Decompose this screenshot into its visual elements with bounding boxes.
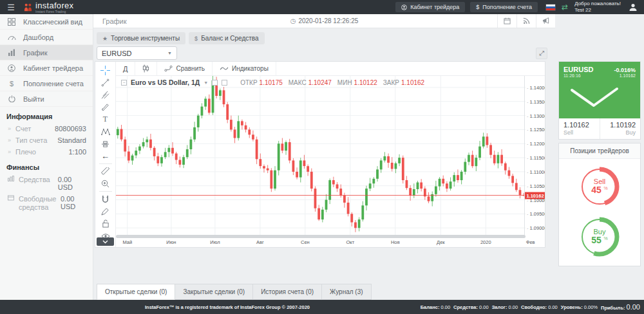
- calendar-button[interactable]: [497, 14, 516, 28]
- arrow-left-icon[interactable]: ←: [98, 150, 113, 162]
- sell-price: 1.10162: [564, 121, 595, 129]
- right-panel: EURUSD -0.016% 11:26:16 1.10162 1.10162 …: [555, 14, 644, 300]
- quote-time: 11:26:16: [564, 73, 581, 78]
- left-sidebar: Классический вид Дашборд График Кабинет …: [0, 14, 93, 300]
- indicators-button[interactable]: Индикаторы: [213, 62, 276, 75]
- chart-scrollbar[interactable]: [116, 235, 526, 238]
- menu-icon[interactable]: ☰: [0, 3, 22, 12]
- legend-chart-icon[interactable]: [222, 80, 227, 86]
- russian-flag-icon[interactable]: [545, 4, 556, 11]
- compare-icon: [164, 65, 173, 72]
- caret-down-icon[interactable]: ▼: [204, 80, 208, 85]
- lock-tool[interactable]: [98, 217, 113, 230]
- trader-cabinet-button[interactable]: Кабинет трейдера: [395, 2, 465, 12]
- price-axis[interactable]: 1.10162 1.140001.135001.130001.125001.12…: [524, 76, 545, 236]
- fullscreen-button[interactable]: ⤢: [536, 48, 547, 59]
- buy-quote-button[interactable]: 1.10192 Buy: [600, 118, 641, 139]
- sell-positions-donut: Sell 45 %: [578, 165, 621, 208]
- time-tick: Май: [122, 239, 132, 245]
- chevron-right-icon: »: [8, 137, 11, 143]
- footer-stat: Прибыль: 0.00: [601, 303, 640, 311]
- text-tool[interactable]: T: [98, 113, 113, 125]
- copyright-text: InstaForex™ is a registered trademark of…: [145, 304, 310, 310]
- sidebar-item-chart[interactable]: График: [0, 45, 93, 60]
- brush-tool[interactable]: [98, 101, 113, 113]
- xabcd-pattern-tool[interactable]: [98, 125, 113, 138]
- sidebar-item-dashboard[interactable]: Дашборд: [0, 30, 93, 45]
- time-tick: Дек: [437, 239, 445, 245]
- sell-percent: 45: [591, 185, 601, 195]
- chevron-right-icon: »: [8, 125, 11, 132]
- account-stats: Баланс: 0.00Средства: 0.00Залог: 0.00Сво…: [421, 303, 640, 311]
- megaphone-button[interactable]: [536, 14, 555, 28]
- sidebar-item-deposit[interactable]: $ Пополнение счета: [0, 76, 93, 91]
- info-section-title: Информация: [0, 107, 93, 123]
- main-content: График ◷ 2020-01-28 12:26:25 ★ Торговые …: [93, 14, 555, 300]
- chart-plot-area[interactable]: − Euro vs US Dollar, 1Д ▼ ОТКР1.10175 МА…: [116, 76, 526, 236]
- server-datetime: ◷ 2020-01-28 12:26:25: [290, 17, 359, 24]
- wallet-icon: [8, 195, 14, 201]
- quote-change: -0.016%: [614, 67, 636, 73]
- finance-row-equity: Средства 0.00 USD: [0, 174, 93, 193]
- compare-button[interactable]: Сравнить: [157, 62, 213, 75]
- deposit-button[interactable]: $ Пополнение счета: [470, 2, 538, 12]
- legend-settings-icon[interactable]: [212, 80, 218, 86]
- tab-account-history[interactable]: История счета (0): [253, 284, 322, 300]
- tab-closed-trades[interactable]: Закрытые сделки (0): [175, 284, 253, 300]
- drawing-lock-tool[interactable]: [98, 205, 113, 217]
- info-row-account: » Счет 80800693: [0, 123, 93, 134]
- sell-quote-button[interactable]: 1.10162 Sell: [559, 118, 600, 139]
- chart-toolbar: Д Сравнить Индикаторы: [116, 62, 545, 76]
- price-tick: 1.10000: [527, 197, 545, 203]
- crosshair-tool[interactable]: [98, 64, 113, 77]
- username: Test 22: [574, 7, 621, 14]
- dashboard-icon: [6, 33, 17, 41]
- candles-icon: [142, 64, 149, 73]
- quote-header[interactable]: EURUSD -0.016% 11:26:16 1.10162: [559, 62, 640, 118]
- footer-stat: Баланс: 0.00: [421, 304, 450, 310]
- collapse-legend-icon[interactable]: −: [121, 80, 127, 86]
- wave-icon: [220, 66, 229, 71]
- rss-button[interactable]: [516, 14, 536, 28]
- trend-line-tool[interactable]: [98, 77, 113, 89]
- exchange-arrows-icon[interactable]: ⇄: [562, 3, 568, 12]
- symbol-select[interactable]: EURUSD ▼: [97, 46, 177, 60]
- trading-instruments-button[interactable]: ★ Торговые инструменты: [97, 32, 185, 44]
- welcome-text: Добро пожаловать!: [574, 1, 621, 7]
- chart-type-button[interactable]: [135, 62, 157, 75]
- footer-stat: Средства: 0.00: [453, 304, 489, 310]
- drawing-toolbar: T ←: [95, 62, 116, 247]
- ohlc-readout: ОТКР1.10175 МАКС1.10247 МИН1.10122 ЗАКР1…: [240, 79, 424, 86]
- sidebar-item-classic-view[interactable]: Классический вид: [0, 14, 93, 30]
- pitchfork-tool[interactable]: [98, 89, 113, 101]
- balance-funds-button[interactable]: $ Баланс и Средства: [189, 32, 265, 44]
- collapse-toolbar-button[interactable]: [97, 237, 114, 246]
- brand-tagline: Instant Forex Trading: [35, 10, 73, 14]
- instaforex-logo-icon: [23, 3, 33, 12]
- interval-button[interactable]: Д: [116, 62, 135, 75]
- equity-value: 0.00 USD: [58, 176, 86, 191]
- tab-journal[interactable]: Журнал (3): [322, 284, 372, 300]
- sidebar-item-logout[interactable]: Выйти: [0, 91, 93, 107]
- star-icon: ★: [102, 35, 108, 42]
- time-axis[interactable]: МайИюнИюлАвгСенОктНояДек2020Фев: [116, 234, 546, 247]
- forecast-tool[interactable]: [98, 138, 113, 150]
- free-funds-value: 0.00 USD: [61, 195, 86, 210]
- page-topbar: График ◷ 2020-01-28 12:26:25: [93, 14, 555, 28]
- quote-last-price: 1.10162: [620, 73, 636, 78]
- tab-open-trades[interactable]: Открытые сделки (0): [97, 284, 175, 300]
- price-tick: 1.14000: [527, 84, 545, 90]
- price-tick: 1.10500: [527, 183, 545, 189]
- brand-logo[interactable]: instaforex Instant Forex Trading: [23, 1, 73, 14]
- magnet-tool[interactable]: [98, 193, 113, 205]
- footer-stat: Свободно: 0.00: [521, 304, 558, 310]
- price-tick: 1.11000: [527, 169, 545, 174]
- ruler-tool[interactable]: [98, 165, 113, 178]
- time-labels: МайИюнИюлАвгСенОктНояДек2020Фев: [116, 239, 526, 247]
- sidebar-item-trader-cabinet[interactable]: Кабинет трейдера: [0, 60, 93, 76]
- app-root: ☰ instaforex Instant Forex Trading Кабин…: [0, 0, 644, 314]
- info-row-leverage: » Плечо 1:100: [0, 146, 93, 158]
- zoom-in-tool[interactable]: [98, 178, 113, 190]
- avatar-icon[interactable]: [629, 3, 638, 12]
- quote-prices: 1.10162 Sell 1.10192 Buy: [559, 118, 640, 139]
